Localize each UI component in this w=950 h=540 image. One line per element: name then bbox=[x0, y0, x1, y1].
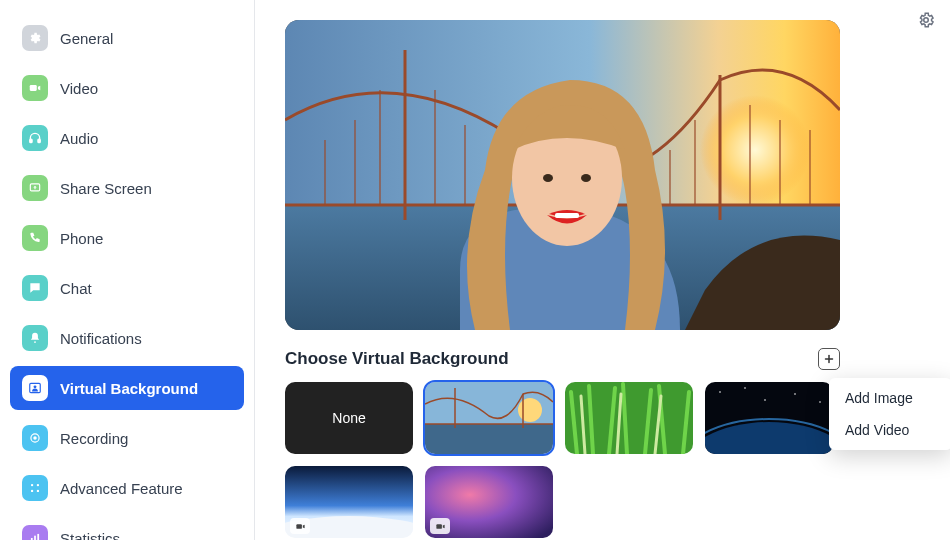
menu-item-add-video[interactable]: Add Video bbox=[829, 414, 950, 446]
sidebar-item-general[interactable]: General bbox=[10, 16, 244, 60]
svg-point-62 bbox=[744, 387, 746, 389]
main-panel: Choose Virtual Background None bbox=[255, 0, 950, 540]
svg-point-64 bbox=[819, 401, 821, 403]
sidebar-item-video[interactable]: Video bbox=[10, 66, 244, 110]
bg-option-blur-purple[interactable] bbox=[425, 466, 553, 538]
bg-option-none[interactable]: None bbox=[285, 382, 413, 454]
svg-point-61 bbox=[719, 391, 721, 393]
menu-item-add-image[interactable]: Add Image bbox=[829, 382, 950, 414]
background-grid: None bbox=[285, 382, 855, 538]
sidebar-item-notifications[interactable]: Notifications bbox=[10, 316, 244, 360]
svg-rect-72 bbox=[436, 524, 442, 529]
svg-rect-16 bbox=[37, 534, 39, 540]
sidebar-item-label: Audio bbox=[60, 130, 98, 147]
sidebar-item-label: Recording bbox=[60, 430, 128, 447]
svg-point-38 bbox=[543, 174, 553, 182]
chat-icon bbox=[22, 275, 48, 301]
settings-gear-icon[interactable] bbox=[914, 8, 938, 32]
sidebar-item-advanced-feature[interactable]: Advanced Feature bbox=[10, 466, 244, 510]
bg-option-label: None bbox=[332, 410, 365, 426]
sidebar-item-label: Notifications bbox=[60, 330, 142, 347]
video-indicator-icon bbox=[290, 518, 310, 534]
sidebar-item-label: General bbox=[60, 30, 113, 47]
svg-point-7 bbox=[34, 385, 37, 388]
sidebar-item-label: Statistics bbox=[60, 530, 120, 541]
video-icon bbox=[22, 75, 48, 101]
grid-icon bbox=[22, 475, 48, 501]
section-title: Choose Virtual Background bbox=[285, 349, 509, 369]
add-background-menu: Add Image Add Video bbox=[829, 378, 950, 450]
sidebar-item-share-screen[interactable]: Share Screen bbox=[10, 166, 244, 210]
svg-point-21 bbox=[700, 95, 810, 205]
svg-rect-45 bbox=[425, 424, 553, 454]
svg-rect-70 bbox=[296, 524, 302, 529]
sidebar-item-label: Share Screen bbox=[60, 180, 152, 197]
sidebar-item-virtual-background[interactable]: Virtual Background bbox=[10, 366, 244, 410]
sidebar-item-chat[interactable]: Chat bbox=[10, 266, 244, 310]
sidebar-item-recording[interactable]: Recording bbox=[10, 416, 244, 460]
record-icon bbox=[22, 425, 48, 451]
svg-point-39 bbox=[581, 174, 591, 182]
bg-option-bridge[interactable] bbox=[425, 382, 553, 454]
video-indicator-icon bbox=[430, 518, 450, 534]
sidebar-item-phone[interactable]: Phone bbox=[10, 216, 244, 260]
bg-option-grass[interactable] bbox=[565, 382, 693, 454]
sidebar-item-audio[interactable]: Audio bbox=[10, 116, 244, 160]
add-background-button[interactable] bbox=[818, 348, 840, 370]
settings-sidebar: General Video Audio Share Screen Phone C… bbox=[0, 0, 255, 540]
svg-point-10 bbox=[31, 484, 33, 486]
bg-option-earth-night[interactable] bbox=[705, 382, 833, 454]
person-icon bbox=[22, 375, 48, 401]
svg-point-9 bbox=[33, 436, 37, 440]
svg-point-65 bbox=[764, 399, 766, 401]
svg-point-44 bbox=[518, 398, 542, 422]
svg-rect-15 bbox=[34, 536, 36, 540]
bell-icon bbox=[22, 325, 48, 351]
gear-icon bbox=[22, 25, 48, 51]
svg-rect-2 bbox=[30, 139, 32, 143]
sidebar-item-label: Video bbox=[60, 80, 98, 97]
svg-point-12 bbox=[31, 490, 33, 492]
svg-rect-1 bbox=[30, 85, 37, 91]
stats-icon bbox=[22, 525, 48, 540]
sidebar-item-statistics[interactable]: Statistics bbox=[10, 516, 244, 540]
svg-point-19 bbox=[924, 18, 929, 23]
headphones-icon bbox=[22, 125, 48, 151]
svg-rect-40 bbox=[555, 213, 579, 218]
svg-point-11 bbox=[37, 484, 39, 486]
phone-icon bbox=[22, 225, 48, 251]
svg-rect-3 bbox=[38, 139, 40, 143]
sidebar-item-label: Virtual Background bbox=[60, 380, 198, 397]
sidebar-item-label: Chat bbox=[60, 280, 92, 297]
share-icon bbox=[22, 175, 48, 201]
svg-point-13 bbox=[37, 490, 39, 492]
svg-point-63 bbox=[794, 393, 796, 395]
svg-point-5 bbox=[34, 341, 36, 343]
video-preview bbox=[285, 20, 840, 330]
sidebar-item-label: Advanced Feature bbox=[60, 480, 183, 497]
bg-option-earth-horizon[interactable] bbox=[285, 466, 413, 538]
sidebar-item-label: Phone bbox=[60, 230, 103, 247]
